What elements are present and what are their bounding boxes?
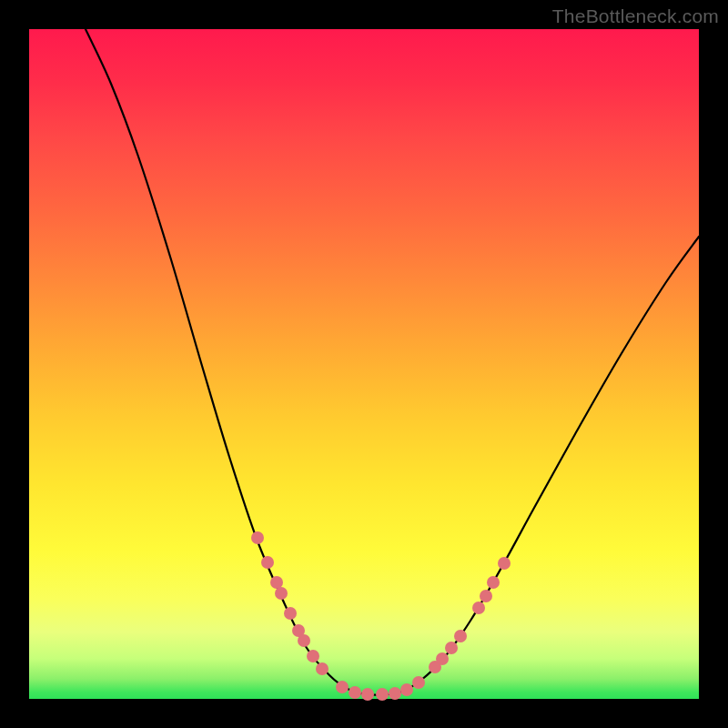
data-marker: [336, 681, 349, 693]
chart-svg: [29, 29, 699, 699]
bottleneck-curve: [86, 29, 699, 695]
marker-group: [251, 531, 511, 701]
data-marker: [487, 576, 500, 589]
data-marker: [307, 650, 319, 662]
data-marker: [284, 607, 297, 620]
data-marker: [445, 642, 458, 654]
data-marker: [412, 676, 425, 689]
watermark-text: TheBottleneck.com: [552, 5, 719, 27]
data-marker: [349, 686, 361, 699]
plot-area: [29, 29, 699, 699]
data-marker: [389, 687, 401, 700]
data-marker: [480, 590, 492, 602]
data-marker: [400, 683, 413, 696]
data-marker: [270, 576, 283, 589]
data-marker: [454, 630, 467, 642]
data-marker: [275, 587, 288, 600]
chart-frame: TheBottleneck.com: [0, 0, 728, 728]
data-marker: [298, 634, 310, 647]
data-marker: [436, 652, 449, 665]
data-marker: [261, 556, 274, 569]
data-marker: [498, 557, 511, 570]
data-marker: [472, 602, 485, 614]
data-marker: [316, 662, 329, 675]
data-marker: [361, 688, 374, 701]
data-marker: [251, 531, 264, 544]
data-marker: [376, 688, 389, 701]
